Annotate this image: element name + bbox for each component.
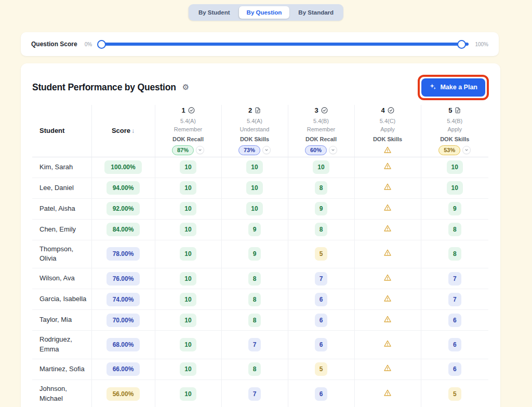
skill-level: Apply <box>421 126 489 132</box>
question-cell: 9 <box>421 198 488 219</box>
dok-label: DOK Skills <box>421 136 489 142</box>
question-score-badge: 6 <box>448 362 461 376</box>
question-cell: 6 <box>421 359 488 379</box>
student-row: Patel, Aisha92.00%101099 <box>32 198 488 219</box>
question-average-badge: 60% <box>305 145 327 155</box>
chevron-down-icon[interactable] <box>462 146 471 154</box>
question-score-badge: 6 <box>315 314 328 327</box>
question-score-badge: 9 <box>248 223 261 236</box>
question-score-badge: 10 <box>246 160 262 174</box>
question-cell: 10 <box>155 331 221 359</box>
slider-handle-high[interactable] <box>457 40 466 49</box>
score-badge: 94.00% <box>107 181 140 195</box>
question-score-badge: 10 <box>180 362 196 376</box>
score-badge: 70.00% <box>107 314 140 327</box>
student-row: Thompson,Olivia78.00%10958 <box>32 240 488 268</box>
question-cell: 10 <box>155 178 221 198</box>
question-score-badge: 6 <box>315 293 328 306</box>
score-badge: 66.00% <box>107 362 140 376</box>
question-cell: 10 <box>221 198 288 219</box>
question-score-badge: 10 <box>447 181 463 195</box>
make-a-plan-button[interactable]: Make a Plan <box>421 78 485 97</box>
question-cell: 6 <box>288 331 354 359</box>
slider-handle-low[interactable] <box>97 40 106 49</box>
question-average-badge: 87% <box>172 145 194 155</box>
question-cell <box>354 310 421 331</box>
question-cell: 9 <box>221 219 288 240</box>
slider-track[interactable] <box>98 43 469 46</box>
question-score-badge: 9 <box>448 202 461 215</box>
question-score-badge: 7 <box>448 293 461 306</box>
question-score-badge: 5 <box>315 247 328 261</box>
skill-level: Apply <box>355 126 421 132</box>
student-row: Johnson,Michael56.00%10765 <box>32 379 488 407</box>
standard-code: 5.4(C) <box>355 118 421 124</box>
warning-icon <box>383 340 392 348</box>
question-score-badge: 6 <box>448 314 461 327</box>
score-badge: 56.00% <box>107 387 140 401</box>
question-column-header: 35.4(B)RememberDOK Recall60% <box>288 105 354 157</box>
question-score-badge: 5 <box>448 387 461 401</box>
dok-label: DOK Skills <box>222 136 288 142</box>
dok-label: DOK Recall <box>155 136 221 142</box>
question-cell: 8 <box>221 310 288 331</box>
make-a-plan-label: Make a Plan <box>440 84 477 91</box>
question-cell <box>354 289 421 310</box>
student-row: Wilson, Ava76.00%10877 <box>32 268 488 289</box>
score-cell: 74.00% <box>91 289 155 310</box>
question-score-badge: 10 <box>180 160 196 174</box>
question-column-header: 45.4(C)ApplyDOK Skills <box>354 105 421 157</box>
red-highlight-ring: Make a Plan <box>418 75 489 100</box>
score-column-header[interactable]: Score↓ <box>91 105 155 157</box>
question-cell: 7 <box>421 268 488 289</box>
question-score-badge: 9 <box>315 202 328 215</box>
question-score-badge: 6 <box>448 338 461 351</box>
question-score-badge: 10 <box>180 314 196 327</box>
question-cell: 10 <box>155 240 221 268</box>
performance-table: Student Score↓ 15.4(A)RememberDOK Recall… <box>32 105 488 407</box>
skill-level: Remember <box>155 126 221 132</box>
chevron-down-icon[interactable] <box>262 146 271 154</box>
warning-icon <box>383 162 392 170</box>
gear-icon[interactable]: ⚙ <box>182 83 189 92</box>
student-row: Martinez, Sofia66.00%10856 <box>32 359 488 379</box>
question-score-badge: 7 <box>448 272 461 286</box>
score-badge: 76.00% <box>107 272 140 286</box>
question-cell: 6 <box>288 379 354 407</box>
score-range-slider <box>98 40 469 49</box>
question-cell <box>354 219 421 240</box>
sparkles-icon <box>429 83 436 92</box>
warning-icon <box>383 249 392 257</box>
warning-icon <box>383 364 392 372</box>
question-cell: 10 <box>155 157 221 178</box>
question-cell: 6 <box>288 310 354 331</box>
question-cell: 6 <box>421 331 488 359</box>
tab-by-question[interactable]: By Question <box>239 6 290 19</box>
tab-by-student[interactable]: By Student <box>191 6 238 19</box>
question-score-badge: 8 <box>315 223 328 236</box>
warning-icon <box>383 389 392 397</box>
question-cell: 10 <box>155 310 221 331</box>
question-average-badge: 53% <box>438 145 460 155</box>
tab-by-standard[interactable]: By Standard <box>290 6 341 19</box>
score-cell: 76.00% <box>91 268 155 289</box>
check-circle-icon <box>321 107 328 114</box>
chevron-down-icon[interactable] <box>329 146 337 154</box>
chevron-down-icon[interactable] <box>196 146 204 154</box>
question-cell: 8 <box>221 359 288 379</box>
slider-min-label: 0% <box>85 42 92 47</box>
question-cell: 8 <box>221 268 288 289</box>
check-circle-icon <box>388 107 394 114</box>
student-row: Chen, Emily84.00%10988 <box>32 219 488 240</box>
question-score-badge: 10 <box>180 338 196 351</box>
question-cell <box>354 198 421 219</box>
question-score-badge: 10 <box>246 181 262 195</box>
question-number: 2 <box>248 106 252 114</box>
slider-max-label: 100% <box>475 42 488 47</box>
question-cell: 10 <box>421 157 488 178</box>
question-score-badge: 6 <box>315 387 328 401</box>
student-row: Lee, Daniel94.00%1010810 <box>32 178 488 198</box>
question-cell <box>354 157 421 178</box>
question-score-badge: 10 <box>447 160 463 174</box>
question-score-badge: 8 <box>248 314 261 327</box>
